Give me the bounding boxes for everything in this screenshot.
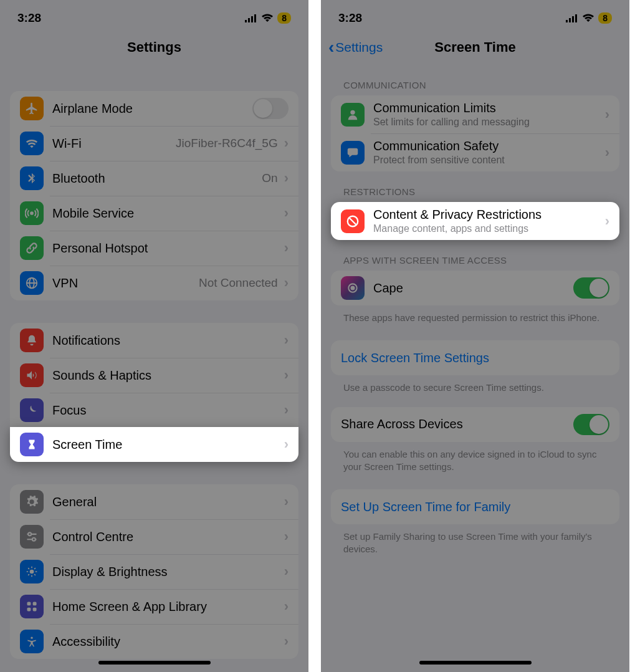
row-content-privacy-restrictions[interactable]: Content & Privacy Restrictions Manage co… (331, 202, 619, 240)
svg-rect-13 (33, 608, 37, 612)
svg-point-8 (32, 538, 36, 541)
svg-rect-1 (248, 18, 250, 22)
row-airplane-mode[interactable]: Airplane Mode (10, 91, 298, 126)
bell-icon (20, 329, 44, 352)
row-control-centre[interactable]: Control Centre › (10, 519, 298, 554)
svg-rect-3 (254, 14, 256, 22)
svg-rect-18 (575, 14, 577, 22)
phone-settings: 3:28 8 Settings Airplane Mode Wi-Fi Ji (0, 0, 308, 672)
svg-rect-11 (33, 602, 37, 606)
phone-screen-time: 3:28 8 ‹ Settings Screen Time COMMUNICAT… (321, 0, 629, 672)
back-button[interactable]: ‹ Settings (328, 39, 383, 56)
sliders-icon (20, 525, 44, 549)
svg-rect-10 (27, 602, 31, 606)
svg-rect-15 (566, 20, 568, 22)
airplane-icon (20, 97, 44, 120)
chevron-icon: › (284, 275, 289, 291)
home-indicator[interactable] (419, 661, 532, 665)
attention-group: Notifications › Sounds & Haptics › Focus… (10, 323, 298, 428)
row-sounds-haptics[interactable]: Sounds & Haptics › (10, 358, 298, 393)
status-bar: 3:28 8 (321, 0, 629, 30)
chevron-icon: › (284, 494, 289, 510)
svg-rect-16 (569, 18, 571, 22)
globe-icon (20, 271, 44, 295)
page-title: Screen Time (434, 39, 515, 55)
cape-toggle[interactable] (573, 277, 609, 299)
row-mobile-service[interactable]: Mobile Service › (10, 196, 298, 231)
accessibility-icon (20, 630, 44, 653)
bluetooth-icon (20, 166, 44, 190)
lock-group: Lock Screen Time Settings (331, 340, 619, 375)
cellular-icon (245, 14, 257, 22)
chevron-icon: › (284, 240, 289, 256)
chevron-left-icon: ‹ (328, 39, 334, 56)
section-restrictions: RESTRICTIONS (343, 186, 617, 197)
row-home-screen[interactable]: Home Screen & App Library › (10, 589, 298, 624)
chevron-icon: › (284, 633, 289, 650)
network-group: Airplane Mode Wi-Fi JioFiber-R6C4f_5G › … (10, 91, 298, 300)
wifi-row-icon (20, 132, 44, 155)
svg-point-4 (31, 212, 33, 214)
chevron-icon: › (605, 145, 609, 161)
nosign-icon (341, 209, 365, 233)
row-display-brightness[interactable]: Display & Brightness › (10, 554, 298, 589)
apps-access-group: Cape (331, 271, 619, 305)
speaker-icon (20, 363, 44, 387)
chevron-icon: › (284, 170, 289, 186)
chevron-icon: › (605, 107, 609, 123)
chevron-icon: › (284, 135, 289, 151)
chevron-icon: › (284, 367, 289, 383)
chevron-icon: › (284, 529, 289, 545)
svg-rect-17 (572, 16, 574, 22)
row-share-across-devices[interactable]: Share Across Devices (331, 407, 619, 442)
family-group: Set Up Screen Time for Family (331, 489, 619, 524)
row-wifi[interactable]: Wi-Fi JioFiber-R6C4f_5G › (10, 126, 298, 161)
restrictions-highlight: Content & Privacy Restrictions Manage co… (331, 202, 619, 240)
row-lock-screen-time[interactable]: Lock Screen Time Settings (331, 340, 619, 375)
antenna-icon (20, 201, 44, 225)
svg-rect-2 (251, 16, 253, 22)
cellular-icon (566, 14, 578, 22)
row-vpn[interactable]: VPN Not Connected › (10, 266, 298, 300)
bubble-icon (341, 141, 365, 165)
chevron-icon: › (284, 205, 289, 221)
vpn-value: Not Connected (199, 276, 278, 290)
row-family-setup[interactable]: Set Up Screen Time for Family (331, 489, 619, 524)
chevron-icon: › (284, 332, 289, 348)
bluetooth-value: On (262, 171, 277, 185)
share-toggle[interactable] (573, 414, 609, 435)
grid-icon (20, 595, 44, 618)
home-indicator[interactable] (98, 661, 211, 665)
row-personal-hotspot[interactable]: Personal Hotspot › (10, 231, 298, 266)
chevron-icon: › (284, 436, 289, 453)
svg-rect-0 (245, 20, 247, 22)
row-cape-app[interactable]: Cape (331, 271, 619, 305)
screen-time-highlight: Screen Time › (10, 427, 298, 462)
wifi-icon (261, 14, 274, 22)
wifi-icon (582, 14, 594, 22)
status-time: 3:28 (17, 11, 41, 25)
chevron-icon: › (284, 564, 289, 580)
apps-footer: These apps have requested permission to … (343, 312, 607, 324)
hourglass-icon (20, 433, 44, 456)
section-apps-access: APPS WITH SCREEN TIME ACCESS (343, 255, 617, 266)
share-footer: You can enable this on any device signed… (343, 448, 607, 474)
chevron-icon: › (605, 213, 609, 229)
row-bluetooth[interactable]: Bluetooth On › (10, 161, 298, 196)
row-focus[interactable]: Focus › (10, 393, 298, 428)
nav-bar: ‹ Settings Screen Time (321, 30, 629, 65)
row-notifications[interactable]: Notifications › (10, 323, 298, 358)
display-icon (20, 560, 44, 583)
link-icon (20, 236, 44, 260)
row-general[interactable]: General › (10, 484, 298, 519)
svg-point-22 (351, 287, 355, 290)
airplane-toggle[interactable] (252, 98, 289, 119)
row-screen-time[interactable]: Screen Time › (10, 427, 298, 462)
lock-footer: Use a passcode to secure Screen Time set… (343, 382, 607, 394)
row-communication-safety[interactable]: Communication Safety Protect from sensit… (331, 133, 619, 171)
row-communication-limits[interactable]: Communication Limits Set limits for call… (331, 95, 619, 133)
general-group: General › Control Centre › Display & Bri… (10, 484, 298, 659)
svg-point-7 (28, 532, 31, 535)
row-accessibility[interactable]: Accessibility › (10, 624, 298, 659)
status-bar: 3:28 8 (0, 0, 308, 30)
